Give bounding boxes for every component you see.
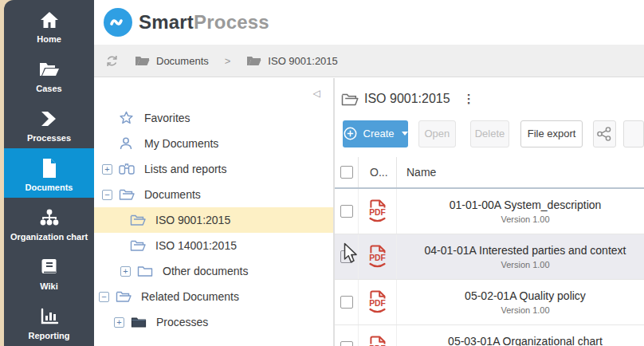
brand-process: Process [194,11,269,33]
table-row[interactable]: PDF 05-03-01A Organizational chart Versi… [335,325,644,346]
tree-item-my-documents[interactable]: My Documents [94,131,333,156]
page-title: ISO 9001:2015 [364,92,450,106]
chevron-down-icon [402,132,408,136]
sidebar-item-home[interactable]: Home [4,0,94,49]
sidebar-item-label: Documents [26,183,73,192]
column-header-name[interactable]: Name [397,166,644,179]
star-icon [119,111,136,125]
folder-open-icon [341,92,359,106]
panel-title-row: ISO 9001:2015 ⋮ [341,88,644,109]
breadcrumb-label: Documents [156,55,209,67]
sidebar-item-cases[interactable]: Cases [4,49,94,99]
tree-item-documents[interactable]: − Documents [94,182,333,207]
create-button-label: Create [363,128,395,140]
file-export-button-label: File export [528,128,576,140]
toolbar: Create Open Delete File export [335,120,644,147]
folder-dark-icon [131,315,148,329]
row-checkbox[interactable] [340,250,353,263]
expand-icon[interactable]: + [114,317,124,328]
row-checkbox[interactable] [340,205,353,218]
tree-item-favorites[interactable]: Favorites [94,105,333,131]
cases-icon [38,58,61,81]
tree-item-label: My Documents [144,137,218,150]
sidebar-item-label: Organization chart [10,232,88,242]
user-icon [119,136,136,151]
sidebar-item-label: Home [37,34,61,44]
share-button[interactable] [593,120,616,147]
svg-text:PDF: PDF [369,254,386,262]
tree-item-lists-and-reports[interactable]: + Lists and reports [94,156,333,182]
tree-item-label: Lists and reports [144,163,227,175]
breadcrumb-item-documents[interactable]: Documents [135,55,209,67]
file-export-button[interactable]: File export [520,120,582,147]
share-icon [596,126,612,142]
folder-open-icon [130,238,147,253]
home-icon [39,9,60,31]
tree-item-processes[interactable]: + Processes [94,309,333,335]
document-version: Version 1.00 [501,305,549,315]
row-checkbox[interactable] [340,341,353,346]
tree-item-iso-9001-2015[interactable]: ISO 9001:2015 [94,207,333,233]
brand-smart: Smart [139,11,194,33]
collapse-icon[interactable]: − [102,190,112,200]
create-button[interactable]: Create [343,120,408,147]
logo-icon [104,8,132,37]
breadcrumb-separator: > [225,55,231,67]
delete-button-label: Delete [475,128,505,140]
tree-item-label: Favorites [144,112,190,124]
tree-item-label: ISO 14001:2015 [155,239,237,252]
more-toolbar-button[interactable] [623,120,644,147]
breadcrumb-label: ISO 9001:2015 [268,55,337,67]
folder-open-icon [119,187,136,202]
table-row[interactable]: PDF 01-01-00A System_description Version… [335,189,644,234]
main-area: SmartProcess Documents > ISO 9001:2015 ◁ [94,0,644,346]
smartprocess-logo[interactable]: SmartProcess [104,8,269,37]
processes-icon [39,108,60,130]
sidebar-item-label: Processes [27,133,71,143]
document-name: 05-03-01A Organizational chart [448,335,603,346]
document-name: 04-01-01A Interested parties and context [425,244,626,257]
app-window: Home Cases Processes Documents Organizat… [0,0,644,346]
delete-button[interactable]: Delete [470,120,510,147]
table-row[interactable]: PDF 04-01-01A Interested parties and con… [335,234,644,280]
tree-item-label: Other documents [163,265,248,277]
column-header-object[interactable]: O... [359,157,397,187]
row-checkbox[interactable] [340,296,353,309]
sidebar-item-organization-chart[interactable]: Organization chart [4,198,94,247]
sidebar-item-reporting[interactable]: Reporting [4,297,94,346]
wiki-icon [40,256,59,278]
tree-item-label: Documents [144,188,201,201]
sidebar-item-label: Cases [36,84,61,93]
sidebar-item-processes[interactable]: Processes [4,99,94,148]
plus-circle-icon [344,127,357,140]
document-name: 01-01-00A System_description [450,199,602,211]
pdf-icon: PDF [367,244,388,269]
tree-item-related-documents[interactable]: − Related Documents [94,284,333,309]
table-header: O... Name [335,157,644,189]
reporting-icon [39,305,60,328]
refresh-icon[interactable] [105,54,119,68]
table-row[interactable]: PDF 05-02-01A Quality policy Version 1.0… [335,280,644,325]
collapse-icon[interactable]: − [99,292,109,302]
expand-icon[interactable]: + [120,266,131,277]
folder-icon [135,55,150,67]
select-all-checkbox[interactable] [340,166,353,179]
open-button-label: Open [424,128,450,140]
collapse-panel-icon[interactable]: ◁ [313,88,320,99]
more-options-icon[interactable]: ⋮ [463,92,475,106]
document-name: 05-02-01A Quality policy [465,289,586,302]
folder-open-icon [130,213,147,227]
tree-item-other-documents[interactable]: + Other documents [94,258,333,284]
content-area: ◁ Favorites My Documents [94,78,644,346]
sidebar-item-label: Wiki [40,281,58,291]
documents-icon [41,157,58,179]
open-button[interactable]: Open [418,120,455,147]
expand-icon[interactable]: + [102,164,112,175]
breadcrumb-item-iso9001[interactable]: ISO 9001:2015 [246,55,337,67]
sidebar-item-documents[interactable]: Documents [4,148,94,198]
sidebar-item-wiki[interactable]: Wiki [4,247,94,297]
svg-text:PDF: PDF [369,208,386,217]
tree-item-iso-14001-2015[interactable]: ISO 14001:2015 [94,233,333,258]
folder-tree-panel: ◁ Favorites My Documents [94,78,333,346]
tree-item-label: Processes [156,316,208,328]
